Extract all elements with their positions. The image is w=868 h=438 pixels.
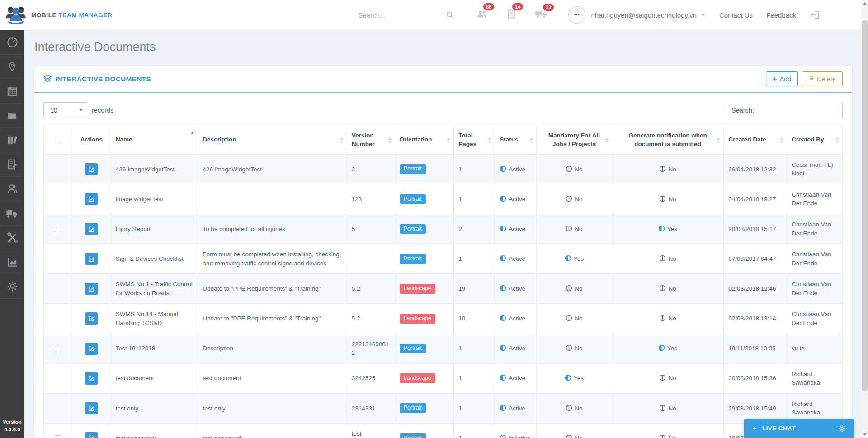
sidebar-item-library[interactable] [0, 128, 24, 152]
add-button[interactable]: + Add [766, 71, 798, 86]
contact-us-link[interactable]: Contact Us [719, 11, 753, 19]
cell-created-date: 19/11/2018 10:05 [724, 334, 787, 363]
cell-name: test only [111, 393, 198, 423]
toggle-off-icon [566, 344, 572, 351]
sidebar-item-interactive-documents[interactable] [0, 152, 24, 177]
column-header-created_date[interactable]: Created Date [724, 126, 787, 155]
status-text: Active [509, 405, 525, 412]
cell-created-by: Cesar (non-TL) Noel [787, 154, 843, 184]
sidebar-item-vehicles[interactable] [0, 201, 24, 226]
sidebar-item-files[interactable] [0, 104, 24, 128]
orientation-badge: Portrait [400, 164, 426, 174]
column-header-mandatory[interactable]: Mandatory For All Jobs / Projects [537, 126, 612, 155]
sort-icon [717, 137, 720, 143]
edit-button[interactable] [85, 432, 98, 438]
sidebar-item-reports[interactable] [0, 250, 24, 274]
cell-created-date: 02/03/2018 12:46 [724, 274, 787, 304]
trash-icon [808, 75, 814, 83]
scroll-down-arrow[interactable] [861, 431, 868, 438]
edit-button[interactable] [85, 283, 98, 295]
column-header-orientation[interactable]: Orientation [395, 126, 454, 155]
table-search-input[interactable] [759, 102, 843, 118]
column-label: Actions [80, 136, 103, 143]
row-checkbox[interactable] [55, 226, 61, 232]
live-chat-bar[interactable]: LIVE CHAT [744, 419, 854, 438]
select-all-checkbox[interactable] [55, 137, 61, 143]
feedback-link[interactable]: Feedback [766, 11, 796, 19]
sidebar-item-equipment[interactable] [0, 226, 24, 250]
notification-fleet[interactable]: 23 [535, 9, 547, 21]
cell-description [198, 184, 347, 214]
edit-button[interactable] [85, 253, 98, 265]
table-row: test paperworktest paperworktest paperwo… [44, 423, 843, 438]
toggle-off-icon [566, 165, 572, 172]
cell-created-date: 02/03/2018 13:14 [724, 304, 787, 334]
column-header-notification[interactable]: Generate notification when document is s… [612, 126, 724, 155]
logout-icon[interactable] [810, 9, 821, 20]
scroll-up-arrow[interactable] [861, 0, 868, 7]
row-checkbox[interactable] [55, 435, 61, 438]
edit-button[interactable] [85, 193, 98, 205]
cell-name: test paperwork [111, 423, 198, 438]
cell-mandatory: No [537, 304, 612, 334]
sidebar-item-dashboard[interactable] [0, 30, 24, 55]
edit-button[interactable] [85, 312, 98, 325]
search-icon[interactable] [445, 10, 454, 19]
edit-button[interactable] [85, 163, 98, 175]
table-row: 426-imageWidgetTest426-imageWidgetTest2P… [44, 154, 843, 184]
cell-mandatory: No [537, 393, 612, 423]
notification-text: No [668, 285, 676, 292]
global-search-input[interactable] [358, 11, 428, 19]
notification-text: Yes [667, 345, 677, 352]
sidebar-item-people[interactable] [0, 177, 24, 201]
notification-documents[interactable]: 14 [506, 8, 517, 22]
avatar[interactable]: ••• [568, 6, 585, 24]
edit-button[interactable] [85, 402, 98, 414]
cell-orientation: Portrait [395, 244, 454, 274]
sort-icon [780, 137, 783, 143]
sort-icon [340, 137, 344, 143]
edit-button[interactable] [85, 223, 98, 235]
cell-select [44, 154, 72, 184]
sidebar-item-calendar[interactable] [0, 79, 24, 104]
cell-created-date: 07/08/2017 04:47 [724, 244, 787, 274]
app-logo[interactable]: MOBILE TEAM MANAGER [5, 4, 112, 26]
notification-text: Yes [667, 226, 677, 232]
cell-created-by: Christiaan Van Der Ende [787, 184, 843, 214]
table-row: Injury ReportTo be completed for all inj… [44, 214, 843, 244]
cell-created-by: Christiaan Van Der Ende [787, 214, 843, 244]
column-label: Name [116, 136, 132, 143]
edit-button[interactable] [85, 372, 98, 385]
column-header-version[interactable]: Version Number [347, 126, 395, 155]
column-header-status[interactable]: Status [495, 126, 537, 155]
column-header-pages[interactable]: Total Pages [454, 126, 495, 155]
notification-employees[interactable]: 86 [476, 8, 488, 22]
sidebar-item-settings[interactable] [0, 274, 24, 299]
dump-truck-icon [5, 207, 19, 219]
delete-button[interactable]: Delete [802, 71, 843, 86]
cell-description: test paperwork [198, 423, 347, 438]
row-checkbox[interactable] [55, 346, 61, 352]
sidebar-item-locations[interactable] [0, 55, 24, 79]
column-header-description[interactable]: Description [198, 126, 347, 155]
edit-button[interactable] [85, 343, 98, 355]
column-label: Orientation [400, 136, 432, 143]
cell-name: image widget test [111, 184, 198, 214]
user-menu[interactable]: nhat.nguyen@saigontechnology.vn [591, 11, 705, 19]
cell-status: Active [495, 274, 537, 304]
column-label: Created Date [728, 136, 766, 143]
folder-icon [6, 110, 18, 121]
column-label: Created By [792, 136, 824, 143]
column-label: Total Pages [458, 132, 476, 147]
vertical-scrollbar[interactable] [861, 0, 868, 438]
column-header-name[interactable]: Name▲ [111, 126, 198, 155]
live-chat-settings-icon[interactable] [838, 424, 846, 433]
page-size-select[interactable]: 10 [43, 102, 87, 118]
team-logo-icon [5, 4, 27, 26]
toggle-off-icon [659, 195, 666, 202]
cell-select [44, 393, 72, 423]
scrollbar-thumb[interactable] [862, 20, 868, 391]
status-text: InActive [509, 435, 530, 438]
cell-notification: No [612, 304, 724, 334]
column-header-created_by[interactable]: Created By [787, 126, 843, 155]
